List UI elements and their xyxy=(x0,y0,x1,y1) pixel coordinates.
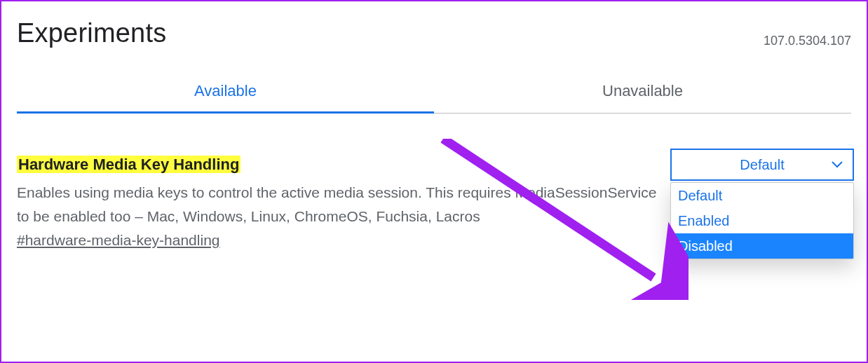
experiment-description: Enables using media keys to control the … xyxy=(17,181,662,228)
page-title: Experiments xyxy=(17,18,166,48)
tab-bar: Available Unavailable xyxy=(1,82,867,114)
experiment-state-select[interactable]: Default xyxy=(670,149,854,181)
option-default[interactable]: Default xyxy=(671,183,853,208)
tab-available[interactable]: Available xyxy=(17,82,434,114)
version-label: 107.0.5304.107 xyxy=(764,34,851,48)
option-disabled[interactable]: Disabled xyxy=(671,233,853,259)
experiment-state-dropdown: Default Enabled Disabled xyxy=(670,182,854,259)
experiment-row: Hardware Media Key Handling Enables usin… xyxy=(1,114,867,249)
tab-unavailable[interactable]: Unavailable xyxy=(434,82,851,114)
option-enabled[interactable]: Enabled xyxy=(671,208,853,233)
chevron-down-icon xyxy=(832,161,843,168)
experiment-anchor-link[interactable]: #hardware-media-key-handling xyxy=(17,232,220,249)
experiment-title: Hardware Media Key Handling xyxy=(17,156,240,173)
select-current-value: Default xyxy=(740,157,784,173)
